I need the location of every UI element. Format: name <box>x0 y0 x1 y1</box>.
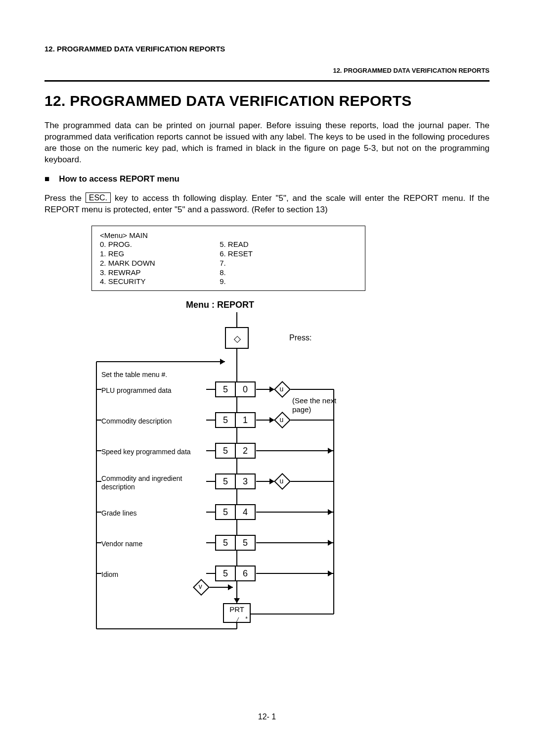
prt-key-icon: PRT ╱* <box>223 603 251 623</box>
arrow-down-icon <box>234 598 240 603</box>
row-label: Speed key programmed data <box>101 448 191 456</box>
menu-head: <Menu> MAIN <box>100 231 357 240</box>
para2-post: key to access th following display. Ente… <box>44 193 490 214</box>
keypad-digit: 5 <box>215 566 236 581</box>
row-label: Commodity description <box>101 417 172 425</box>
keypad-digit: 5 <box>215 381 236 397</box>
menu-item: 4. SECURITY <box>100 277 218 286</box>
key-row: 5 4 <box>215 504 256 520</box>
howto-paragraph: Press the ESC. key to access th followin… <box>44 192 490 216</box>
keypad-digit: 5 <box>215 443 236 459</box>
arrow-right-icon <box>328 509 333 515</box>
menu-item: 7. <box>220 259 279 268</box>
menu-item: 6. RESET <box>220 249 279 259</box>
keypad-digit: 5 <box>215 535 236 551</box>
bullet-icon: ■ <box>44 174 49 184</box>
row-label: PLU programmed data <box>101 386 172 395</box>
arrow-right-icon <box>328 540 333 546</box>
row-label: Vendor name <box>101 540 142 548</box>
header-small: 12. PROGRAMMED DATA VERIFICATION REPORTS <box>44 45 490 53</box>
header-sub: 12. PROGRAMMED DATA VERIFICATION REPORTS <box>44 67 490 74</box>
menu-item: 1. REG <box>100 249 218 259</box>
keypad-digit: 0 <box>235 381 256 397</box>
keypad-digit: 1 <box>235 412 256 428</box>
menu-item: 9. <box>220 277 279 286</box>
keypad-digit: 5 <box>215 504 236 520</box>
menu-item: 2. MARK DOWN <box>100 259 218 268</box>
chapter-title: 12. PROGRAMMED DATA VERIFICATION REPORTS <box>44 93 490 109</box>
keypad-digit: 3 <box>235 473 256 489</box>
key-row: 5 1 <box>215 412 256 428</box>
set-table-label: Set the table menu #. <box>101 371 167 379</box>
menu-report-title: Menu : REPORT <box>91 300 349 310</box>
keypad-digit: 4 <box>235 504 256 520</box>
prt-label: PRT <box>229 605 244 614</box>
keypad-digit: 5 <box>215 473 236 489</box>
row-label: Commodity and ingredient description <box>101 474 182 491</box>
flow-diagram: Press: Set the table menu #. PLU program… <box>91 312 349 639</box>
intro-paragraph: The programmed data can be printed on jo… <box>44 120 490 166</box>
row-label: Idiom <box>101 570 118 579</box>
main-menu-box: <Menu> MAIN 0. PROG. 1. REG 2. MARK DOWN… <box>91 226 365 291</box>
para2-pre: Press the <box>44 193 86 203</box>
see-next-label: (See the next page) <box>292 396 349 414</box>
entry-node <box>225 327 249 349</box>
arrow-right-icon <box>328 448 333 454</box>
key-row: 5 6 <box>215 566 256 581</box>
arrow-right-icon <box>328 570 333 576</box>
key-row: 5 2 <box>215 443 256 459</box>
row-label: Grade lines <box>101 509 137 518</box>
esc-key-icon: ESC. <box>86 192 111 203</box>
howto-label: How to access REPORT menu <box>59 174 179 184</box>
key-row: 5 0 <box>215 381 256 397</box>
keypad-digit: 6 <box>235 566 256 581</box>
keypad-digit: 5 <box>235 535 256 551</box>
page-number: 12- 1 <box>0 712 534 721</box>
howto-heading: ■ How to access REPORT menu <box>44 174 490 184</box>
menu-item: 3. REWRAP <box>100 268 218 278</box>
arrow-right-icon <box>220 359 225 365</box>
key-row: 5 3 <box>215 473 256 489</box>
keypad-digit: 5 <box>215 412 236 428</box>
arrow-right-icon <box>228 584 233 590</box>
keypad-digit: 2 <box>235 443 256 459</box>
header-rule <box>44 80 490 82</box>
key-row: 5 5 <box>215 535 256 551</box>
press-label: Press: <box>289 333 312 342</box>
menu-item: 8. <box>220 268 279 278</box>
menu-item: 0. PROG. <box>100 240 218 249</box>
menu-item: 5. READ <box>220 240 279 249</box>
